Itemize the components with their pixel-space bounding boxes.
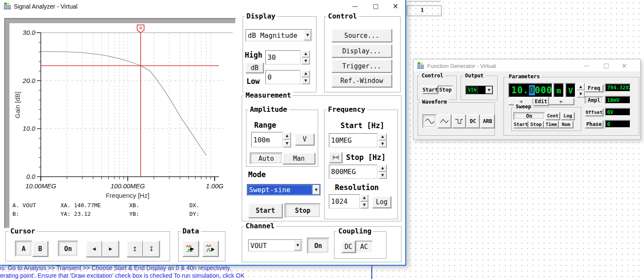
spin-up-button[interactable]: ▲ [378, 165, 387, 172]
fg-unit-display: V [565, 83, 576, 98]
window-title: Function Generator - Virtual [427, 63, 496, 69]
sweep-start-button[interactable]: Start [513, 121, 528, 128]
log-button[interactable]: Log [372, 196, 391, 208]
dc-wave-button[interactable]: DC [466, 114, 480, 128]
dropdown-button[interactable]: ▼ [486, 86, 492, 94]
spin-up-button[interactable]: ▲ [378, 133, 387, 141]
arb-wave-button[interactable]: ARB [480, 114, 495, 128]
spin-down-button[interactable]: ▼ [378, 141, 387, 148]
display-button[interactable]: Display... [331, 44, 392, 58]
cursor-peak-down-button[interactable]: ↧ [143, 241, 160, 257]
ampl-readout-value: 10mV [607, 97, 620, 103]
cursor-on-button[interactable]: On [58, 241, 78, 257]
cursor-left-button[interactable]: ◀ [86, 241, 102, 257]
measurement-stop-button[interactable]: Stop [285, 203, 321, 218]
chevron-down-icon: ▼ [315, 188, 317, 192]
readout-yb: YB: [129, 211, 139, 217]
spin-down-button[interactable]: ▼ [301, 58, 310, 65]
cursor-right-button[interactable]: ▶ [102, 241, 119, 257]
ampl-readout: 10mV [605, 96, 631, 104]
fg-value-display[interactable]: 10.0000 [508, 83, 553, 98]
resolution-input[interactable]: 1024 [329, 194, 360, 208]
spin-down-button[interactable]: ▼ [301, 77, 310, 85]
spin-up-button[interactable]: ▲ [301, 70, 310, 77]
minimize-icon: — [352, 3, 358, 9]
spin-down-button[interactable]: ▼ [283, 140, 291, 147]
bode-plot[interactable]: Frequency [Hz] Gain [dB] 30.020.010.00.0… [10, 25, 234, 201]
sweep-stop-button[interactable]: Stop [529, 121, 544, 128]
sweep-log-button[interactable]: Log [561, 112, 574, 120]
display-label: Display... [342, 47, 381, 55]
fg-stop-button[interactable]: Stop [438, 86, 453, 94]
measurement-start-button[interactable]: Start [248, 203, 283, 218]
triangle-wave-button[interactable] [437, 114, 451, 128]
signal-analyzer-titlebar[interactable]: Signal Analyzer - Virtual — □ × [0, 0, 405, 12]
lcd-post: 000 [535, 85, 553, 95]
spin-down-button[interactable]: ▼ [378, 172, 387, 179]
auto-button[interactable]: Auto [250, 153, 283, 164]
sine-wave-button[interactable] [422, 114, 437, 128]
spin-down-button[interactable]: ▼ [577, 90, 585, 98]
fg-start-label: Start [422, 87, 438, 93]
db-unit-button[interactable]: dB [246, 62, 264, 73]
data-import-button[interactable] [182, 241, 199, 257]
freq-param-button[interactable]: Freq [585, 84, 603, 92]
cursor-b-button[interactable]: B [32, 241, 48, 257]
freq-range-link-button[interactable] [329, 152, 342, 163]
schematic-component-box[interactable] [407, 5, 442, 16]
ref-window-button[interactable]: Ref.-Window [331, 74, 392, 87]
coupling-dc-button[interactable]: DC [341, 241, 355, 253]
chevron-down-icon: ▼ [296, 244, 299, 247]
data-export-button[interactable] [202, 241, 219, 257]
coupling-ac-button[interactable]: AC [355, 241, 373, 253]
low-input[interactable]: 0 [265, 70, 301, 84]
channel-combobox[interactable]: VOUT ▼ [248, 239, 302, 251]
minimize-button[interactable]: — [349, 1, 361, 11]
minimize-button[interactable]: — [580, 60, 593, 71]
close-button[interactable]: × [618, 60, 631, 71]
dropdown-button[interactable]: ▼ [313, 185, 320, 195]
mode-combobox[interactable]: Swept-sine ▼ [247, 184, 321, 196]
edit-button[interactable]: Edit [533, 97, 549, 106]
sweep-cont-button[interactable]: Cont [546, 112, 560, 120]
spin-up-button[interactable]: ▲ [301, 50, 310, 58]
spin-up-button[interactable]: ▲ [283, 132, 291, 140]
schematic-wire[interactable] [371, 266, 372, 279]
freq-start-input[interactable]: 10MEG [329, 133, 377, 147]
cursor-peak-up-button[interactable]: ↥ [127, 241, 143, 257]
high-spinner: ▲ ▼ [301, 50, 310, 64]
freq-start-value: 10MEG [331, 136, 352, 144]
dropdown-button[interactable]: ▼ [304, 30, 311, 40]
sweep-on-button[interactable]: On [513, 112, 545, 120]
sweep-time-button[interactable]: Time [544, 121, 559, 128]
fg-output-combobox[interactable]: VIN ▼ [465, 86, 493, 95]
spin-up-button[interactable]: ▲ [360, 194, 368, 202]
volt-unit-button[interactable]: V [295, 133, 314, 145]
stop-label: Stop [295, 207, 310, 215]
spin-up-button[interactable]: ▲ [577, 83, 585, 90]
offset-param-button[interactable]: Offset [585, 108, 603, 116]
cursor-a-button[interactable]: A [15, 241, 32, 257]
sweep-num-button[interactable]: Num [559, 121, 573, 128]
freq-stop-input[interactable]: 800MEG [329, 165, 377, 179]
close-button[interactable]: × [389, 1, 402, 11]
phase-param-label: Phase [586, 121, 601, 127]
trigger-button[interactable]: Trigger... [331, 59, 392, 73]
digit-right-button[interactable]: ▶ [549, 98, 574, 105]
ampl-param-button[interactable]: Ampl [585, 96, 603, 104]
spin-down-button[interactable]: ▼ [360, 202, 368, 209]
fg-start-button[interactable]: Start [422, 86, 438, 94]
function-generator-titlebar[interactable]: Function Generator - Virtual — □ × [413, 59, 640, 71]
dropdown-button[interactable]: ▼ [294, 240, 301, 251]
source-button[interactable]: Source... [331, 29, 392, 42]
close-icon: × [392, 2, 398, 10]
maximize-button[interactable]: □ [600, 60, 613, 71]
phase-param-button[interactable]: Phase [585, 120, 603, 128]
maximize-button[interactable]: □ [369, 1, 382, 11]
channel-on-button[interactable]: On [307, 238, 329, 254]
range-input[interactable]: 100m [251, 132, 283, 147]
square-wave-button[interactable] [452, 114, 466, 128]
man-button[interactable]: Man [283, 153, 315, 164]
high-input[interactable]: 30 [265, 50, 301, 64]
display-mode-combobox[interactable]: dB Magnitude ▼ [246, 29, 312, 41]
